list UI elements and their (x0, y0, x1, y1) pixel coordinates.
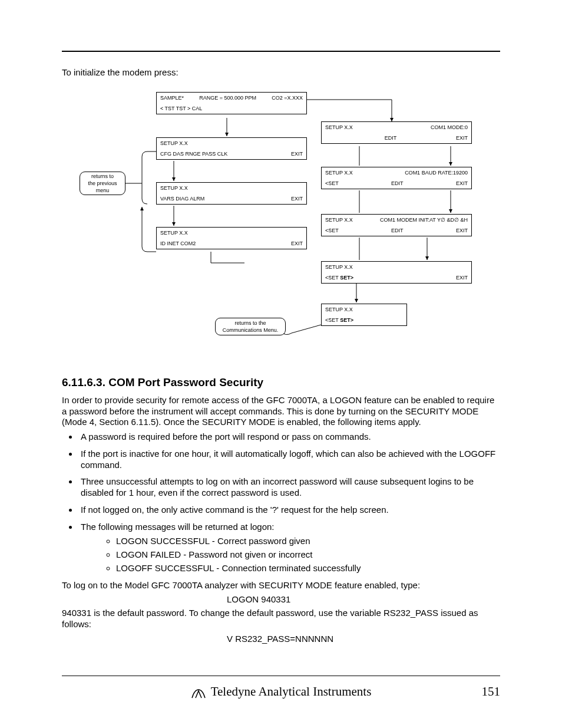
page-footer: Teledyne Analytical Instruments 151 (62, 676, 500, 699)
bullet-item: Three unsuccessful attempts to log on wi… (78, 476, 500, 499)
sub-bullet-item: LOGOFF SUCCESSFUL - Connection terminate… (116, 563, 500, 574)
section-heading: 6.11.6.3. COM Port Password Security (62, 376, 500, 389)
note-return-previous: returns to the previous menu (80, 172, 125, 195)
vcmd: V RS232_PASS=NNNNNN (62, 634, 500, 644)
screen-set1: SETUP X.X <SET SET> EXIT (321, 261, 472, 284)
bullet-item: If not logged on, the only active comman… (78, 505, 500, 516)
security-bullets: A password is required before the port w… (78, 431, 500, 574)
screen-com1-modem-init: SETUP X.XCOM1 MODEM INIT:AT Y∅ &D∅ &H <S… (321, 214, 472, 236)
note-return-comm: returns to the Communications Menu. (215, 318, 286, 335)
brand-logo-icon (191, 688, 206, 699)
screen-com1-baud: SETUP X.XCOM1 BAUD RATE:19200 <SETEDITEX… (321, 167, 472, 189)
bullet-item: A password is required before the port w… (78, 431, 500, 443)
para-default-pass: 940331 is the default password. To chang… (62, 608, 500, 630)
screen-com1-mode: SETUP X.XCOM1 MODE:0 EDITEXIT (321, 121, 472, 144)
bullet-item: The following messages will be returned … (78, 522, 500, 574)
page-number: 151 (482, 684, 501, 699)
para-logon: To log on to the Model GFC 7000TA analyz… (62, 580, 500, 591)
screen-vars: SETUP X.X VARS DIAG ALRMEXIT (156, 182, 307, 205)
menu-flow-diagram: SAMPLE* RANGE = 500.000 PPM CO2 =X.XXX <… (62, 89, 500, 357)
screen-id: SETUP X.X ID INET COM2EXIT (156, 227, 307, 249)
para-security-intro: In order to provide security for remote … (62, 395, 500, 428)
screen-sample: SAMPLE* RANGE = 500.000 PPM CO2 =X.XXX <… (156, 92, 307, 114)
footer-brand: Teledyne Analytical Instruments (211, 684, 372, 699)
screen-set2: SETUP X.X <SET SET> (321, 304, 407, 326)
bullet-item: If the port is inactive for one hour, it… (78, 449, 500, 471)
screen-cfg: SETUP X.X CFG DAS RNGE PASS CLKEXIT (156, 137, 307, 160)
logon-command: LOGON 940331 (62, 594, 500, 604)
sub-bullet-item: LOGON FAILED - Password not given or inc… (116, 549, 500, 561)
intro-text: To initialize the modem press: (62, 67, 500, 78)
sub-bullet-item: LOGON SUCCESSFUL - Correct password give… (116, 536, 500, 547)
